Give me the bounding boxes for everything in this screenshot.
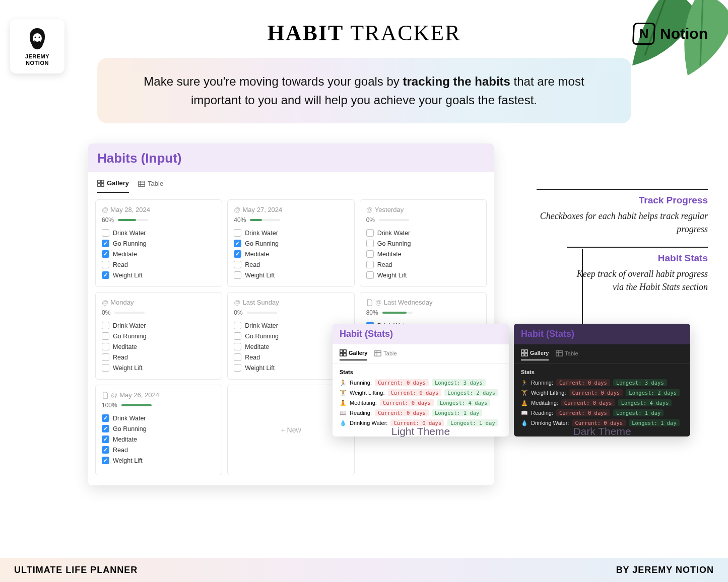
habit-item[interactable]: Read bbox=[102, 259, 216, 270]
checkbox[interactable] bbox=[234, 229, 241, 237]
habit-item[interactable]: Go Running bbox=[234, 238, 348, 249]
habit-label: Go Running bbox=[113, 240, 147, 247]
habit-item[interactable]: Drink Water bbox=[102, 228, 216, 238]
habit-item[interactable]: Weight Lift bbox=[234, 270, 348, 280]
checkbox[interactable] bbox=[234, 364, 241, 372]
habit-item[interactable]: Drink Water bbox=[234, 228, 348, 238]
svg-rect-5 bbox=[98, 184, 100, 186]
checkbox[interactable] bbox=[102, 446, 109, 454]
checkbox[interactable] bbox=[102, 457, 109, 464]
checkbox[interactable] bbox=[102, 332, 109, 340]
checkbox[interactable] bbox=[102, 240, 109, 247]
checkbox[interactable] bbox=[234, 343, 241, 350]
checkbox[interactable] bbox=[234, 332, 241, 340]
habit-item[interactable]: Weight Lift bbox=[234, 362, 348, 373]
habit-card[interactable]: @Yesterday0%Drink WaterGo RunningMeditat… bbox=[360, 199, 487, 287]
svg-rect-7 bbox=[139, 181, 145, 187]
stat-name: Running: bbox=[531, 380, 553, 386]
habit-item[interactable]: Go Running bbox=[102, 423, 216, 434]
habit-item[interactable]: Drink Water bbox=[102, 320, 216, 331]
habit-item[interactable]: Go Running bbox=[102, 238, 216, 249]
checkbox[interactable] bbox=[234, 250, 241, 258]
checkbox[interactable] bbox=[102, 343, 109, 350]
tab-table[interactable]: Table bbox=[138, 179, 163, 193]
habit-item[interactable]: Go Running bbox=[102, 331, 216, 341]
stats-tab-gallery[interactable]: Gallery bbox=[521, 349, 549, 360]
checkbox[interactable] bbox=[366, 261, 374, 268]
checkbox[interactable] bbox=[234, 261, 241, 268]
habit-item[interactable]: Read bbox=[234, 352, 348, 362]
habit-item[interactable]: Meditate bbox=[102, 341, 216, 352]
theme-label-light: Light Theme bbox=[333, 425, 509, 438]
checkbox[interactable] bbox=[102, 435, 109, 443]
stat-longest: Longest: 3 days bbox=[432, 379, 486, 386]
stats-tab-table[interactable]: Table bbox=[374, 349, 396, 360]
habit-item[interactable]: Weight Lift bbox=[102, 455, 216, 466]
checkbox[interactable] bbox=[102, 261, 109, 268]
checkbox[interactable] bbox=[366, 240, 374, 247]
habit-item[interactable]: Meditate bbox=[102, 434, 216, 445]
checkbox[interactable] bbox=[234, 353, 241, 361]
habit-item[interactable]: Meditate bbox=[234, 249, 348, 259]
habit-item[interactable]: Read bbox=[102, 352, 216, 362]
habit-item[interactable]: Go Running bbox=[234, 331, 348, 341]
habit-item[interactable]: Read bbox=[102, 445, 216, 455]
stat-name: Running: bbox=[350, 380, 372, 386]
stat-row: 🧘Meditating:Current: 0 daysLongest: 4 da… bbox=[521, 399, 683, 406]
svg-rect-4 bbox=[101, 180, 104, 183]
footer-right: BY JEREMY NOTION bbox=[616, 565, 714, 575]
tab-gallery[interactable]: Gallery bbox=[97, 179, 129, 193]
habit-item[interactable]: Weight Lift bbox=[366, 270, 480, 280]
table-icon bbox=[374, 350, 381, 357]
avatar-icon bbox=[25, 26, 50, 51]
habit-card[interactable]: @May 28, 202460%Drink WaterGo RunningMed… bbox=[95, 199, 222, 287]
stat-emoji: 📖 bbox=[521, 410, 528, 416]
habit-item[interactable]: Drink Water bbox=[102, 413, 216, 423]
habit-item[interactable]: Read bbox=[366, 259, 480, 270]
checkbox[interactable] bbox=[102, 322, 109, 329]
habit-item[interactable]: Drink Water bbox=[234, 320, 348, 331]
view-tabs: Gallery Table bbox=[88, 172, 494, 193]
checkbox[interactable] bbox=[102, 353, 109, 361]
habit-card[interactable]: @Monday0%Drink WaterGo RunningMeditateRe… bbox=[95, 292, 222, 380]
habit-item[interactable]: Weight Lift bbox=[102, 270, 216, 280]
habit-card[interactable]: @May 26, 2024100%Drink WaterGo RunningMe… bbox=[95, 385, 222, 475]
stats-title: Habit (Stats) bbox=[333, 324, 509, 344]
stats-tab-table[interactable]: Table bbox=[556, 349, 578, 360]
stat-current: Current: 0 days bbox=[375, 409, 429, 416]
habit-label: Read bbox=[113, 261, 128, 268]
checkbox[interactable] bbox=[102, 425, 109, 432]
checkbox[interactable] bbox=[102, 364, 109, 372]
checkbox[interactable] bbox=[102, 250, 109, 258]
habit-item[interactable]: Meditate bbox=[102, 249, 216, 259]
habit-item[interactable]: Read bbox=[234, 259, 348, 270]
stats-tab-gallery[interactable]: Gallery bbox=[340, 349, 367, 360]
checkbox[interactable] bbox=[366, 250, 374, 258]
stat-row: 📖Reading:Current: 0 daysLongest: 1 day bbox=[521, 409, 683, 416]
stat-name: Meditating: bbox=[350, 400, 377, 406]
checkbox[interactable] bbox=[366, 271, 374, 279]
habit-card[interactable]: @May 27, 202440%Drink WaterGo RunningMed… bbox=[227, 199, 354, 287]
habit-label: Weight Lift bbox=[113, 272, 143, 279]
checkbox[interactable] bbox=[234, 271, 241, 279]
checkbox[interactable] bbox=[102, 414, 109, 422]
habit-item[interactable]: Meditate bbox=[366, 249, 480, 259]
stat-name: Reading: bbox=[350, 410, 372, 416]
habit-item[interactable]: Drink Water bbox=[366, 228, 480, 238]
checkbox[interactable] bbox=[234, 240, 241, 247]
habit-label: Drink Water bbox=[377, 230, 411, 237]
habit-label: Weight Lift bbox=[377, 272, 407, 279]
stat-row: 🧘Meditating:Current: 0 daysLongest: 4 da… bbox=[340, 399, 502, 406]
brand-card: JEREMY NOTION bbox=[10, 19, 64, 74]
habit-item[interactable]: Meditate bbox=[234, 341, 348, 352]
habit-item[interactable]: Go Running bbox=[366, 238, 480, 249]
callout-body: Keep track of overall habit progress via… bbox=[567, 268, 708, 293]
habit-item[interactable]: Weight Lift bbox=[102, 362, 216, 373]
habits-panel-title: Habits (Input) bbox=[88, 143, 494, 172]
checkbox[interactable] bbox=[102, 229, 109, 237]
stat-emoji: 🏃 bbox=[340, 380, 347, 386]
checkbox[interactable] bbox=[102, 271, 109, 279]
stat-name: Meditating: bbox=[531, 400, 558, 406]
checkbox[interactable] bbox=[234, 322, 241, 329]
checkbox[interactable] bbox=[366, 229, 374, 237]
